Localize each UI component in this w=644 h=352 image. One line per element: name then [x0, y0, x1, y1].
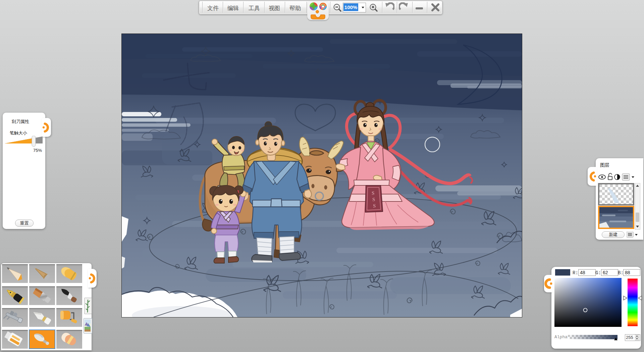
svg-text:S: S: [373, 203, 376, 209]
svg-text:S: S: [372, 197, 375, 202]
svg-text:S: S: [372, 190, 374, 196]
